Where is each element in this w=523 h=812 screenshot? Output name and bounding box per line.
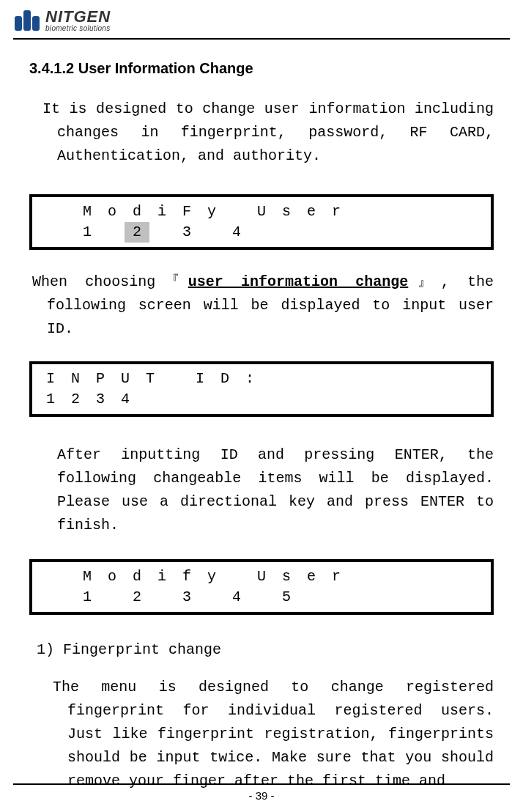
lcd-cell: [38, 566, 75, 587]
para-intro: It is designed to change user informatio…: [42, 97, 494, 168]
para2a: When choosing『: [32, 273, 188, 290]
lcd-cell: 3: [174, 222, 199, 243]
page-content: 3.4.1.2 User Information Change It is de…: [0, 40, 523, 793]
lcd-cell: 2: [125, 587, 149, 608]
lcd-row: 1 2 3 4 5: [38, 587, 485, 608]
lcd-cell: 1: [38, 389, 63, 410]
lcd-cell: [38, 222, 75, 243]
lcd-cell: i: [149, 202, 174, 222]
lcd-cell: [199, 587, 224, 608]
lcd-cell: 3: [88, 389, 113, 410]
lcd-cell: 4: [113, 389, 138, 410]
lcd-cell: I: [38, 369, 63, 389]
lcd-cell: [38, 587, 75, 608]
lcd-cell: P: [88, 369, 113, 389]
logo-tagline: biometric solutions: [45, 25, 111, 32]
lcd-row: M o d i f y U s e r: [38, 566, 485, 587]
lcd-cell: 2: [63, 389, 88, 410]
lcd-cell: 1: [75, 222, 100, 243]
lcd-input-id: I N P U T I D : 1 2 3 4: [29, 361, 494, 417]
lcd-cell: :: [237, 369, 262, 389]
lcd-cell: [100, 222, 125, 243]
logo-name: NITGEN: [45, 9, 111, 25]
para-choose: When choosing『user information change』, …: [32, 270, 494, 341]
lcd-cell: U: [113, 369, 138, 389]
lcd-cell: M: [75, 566, 100, 587]
lcd-cell: [38, 202, 75, 222]
lcd-cell: d: [125, 566, 149, 587]
lcd-cell: s: [274, 566, 299, 587]
lcd-cell: [249, 587, 274, 608]
section-title: 3.4.1.2 User Information Change: [29, 60, 494, 77]
lcd-cell: f: [174, 566, 199, 587]
lcd-cell: [224, 566, 249, 587]
lcd-modify-user-2: M o d i f y U s e r 1 2 3 4 5: [29, 559, 494, 615]
lcd-cell: r: [324, 566, 349, 587]
lcd-cell: T: [138, 369, 163, 389]
lcd-cell: U: [249, 566, 274, 587]
page-footer: - 39 -: [0, 783, 523, 802]
para-fingerprint: The menu is designed to change registere…: [53, 676, 494, 793]
lcd-cell: M: [75, 202, 100, 222]
lcd-cell-highlight: 2: [125, 222, 149, 243]
lcd-cell: e: [299, 202, 324, 222]
lcd-cell: N: [63, 369, 88, 389]
lcd-cell: [149, 587, 174, 608]
para-after-input: After inputting ID and pressing ENTER, t…: [57, 443, 494, 537]
lcd-row: 1 2 3 4: [38, 222, 485, 243]
para2-underline: user information change: [188, 273, 409, 290]
lcd-cell: o: [100, 566, 125, 587]
lcd-row: 1 2 3 4: [38, 389, 485, 410]
footer-divider: [13, 783, 510, 785]
lcd-cell: [149, 222, 174, 243]
lcd-cell: [224, 202, 249, 222]
subhead-fingerprint: 1) Fingerprint change: [37, 641, 494, 658]
lcd-cell: r: [324, 202, 349, 222]
page-number: - 39 -: [0, 789, 523, 802]
doc-header: NITGEN biometric solutions: [0, 0, 523, 38]
lcd-cell: s: [274, 202, 299, 222]
lcd-cell: [100, 587, 125, 608]
lcd-cell: d: [125, 202, 149, 222]
lcd-cell: 3: [174, 587, 199, 608]
lcd-modify-user-1: M o d i F y U s e r 1 2 3 4: [29, 194, 494, 250]
lcd-cell: 4: [224, 222, 249, 243]
lcd-cell: y: [199, 202, 224, 222]
lcd-cell: i: [149, 566, 174, 587]
lcd-row: M o d i F y U s e r: [38, 202, 485, 222]
lcd-cell: U: [249, 202, 274, 222]
lcd-cell: D: [212, 369, 237, 389]
nitgen-logo-icon: [15, 10, 40, 31]
lcd-row: I N P U T I D :: [38, 369, 485, 389]
lcd-cell: y: [199, 566, 224, 587]
lcd-cell: I: [188, 369, 212, 389]
lcd-cell: o: [100, 202, 125, 222]
lcd-cell: 4: [224, 587, 249, 608]
lcd-cell: F: [174, 202, 199, 222]
lcd-cell: 1: [75, 587, 100, 608]
lcd-cell: [163, 369, 188, 389]
lcd-cell: e: [299, 566, 324, 587]
lcd-cell: 5: [274, 587, 299, 608]
lcd-cell: [199, 222, 224, 243]
logo-text: NITGEN biometric solutions: [45, 9, 111, 32]
